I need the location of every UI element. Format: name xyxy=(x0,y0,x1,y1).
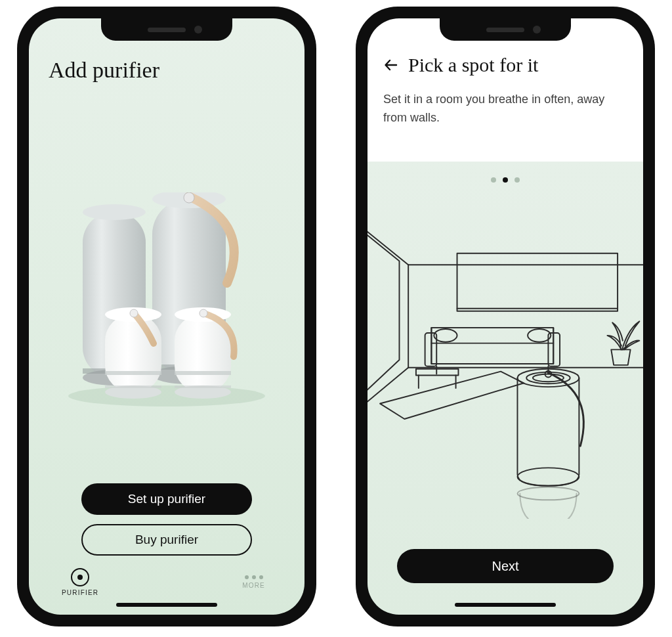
page-title: Add purifier xyxy=(49,58,159,83)
svg-rect-27 xyxy=(457,253,618,311)
svg-point-2 xyxy=(83,204,146,220)
phone-frame-right: Next Pick a spot for it Set it in a room… xyxy=(356,7,655,626)
room-illustration-panel: Next xyxy=(368,162,643,615)
setup-purifier-button[interactable]: Set up purifier xyxy=(81,483,252,515)
svg-rect-13 xyxy=(105,371,161,375)
next-button[interactable]: Next xyxy=(397,549,614,583)
purifier-tab-icon xyxy=(71,568,89,586)
tab-more-label: MORE xyxy=(242,582,265,589)
back-arrow-icon[interactable] xyxy=(383,57,399,73)
svg-point-46 xyxy=(517,468,579,485)
front-camera xyxy=(194,26,202,33)
svg-rect-10 xyxy=(105,315,161,392)
svg-point-37 xyxy=(528,329,551,342)
svg-rect-29 xyxy=(431,328,553,364)
purifier-product-image xyxy=(55,192,278,409)
speaker-grill xyxy=(486,28,524,32)
page-dot-1[interactable] xyxy=(491,177,496,183)
svg-rect-14 xyxy=(105,385,161,388)
home-indicator[interactable] xyxy=(116,603,217,607)
page-title: Pick a spot for it xyxy=(408,54,538,76)
svg-point-15 xyxy=(130,309,138,317)
page-subtitle: Set it in a room you breathe in often, a… xyxy=(383,91,620,127)
screen-add-purifier: Add purifier xyxy=(29,18,304,615)
front-camera xyxy=(533,26,541,33)
buy-purifier-button[interactable]: Buy purifier xyxy=(81,524,252,556)
svg-point-0 xyxy=(68,385,265,406)
page-dot-3[interactable] xyxy=(514,177,520,183)
more-dots-icon xyxy=(245,575,263,579)
home-indicator[interactable] xyxy=(455,603,556,607)
button-stack: Set up purifier Buy purifier xyxy=(81,483,252,556)
tab-purifier[interactable]: PURIFIER xyxy=(62,568,98,596)
speaker-grill xyxy=(148,28,186,32)
device-notch xyxy=(101,18,232,41)
svg-point-21 xyxy=(200,309,207,317)
svg-rect-40 xyxy=(416,369,459,376)
page-indicator xyxy=(491,177,520,183)
tab-purifier-label: PURIFIER xyxy=(62,589,98,596)
svg-point-36 xyxy=(434,329,457,342)
screen-pick-spot: Next Pick a spot for it Set it in a room… xyxy=(368,18,643,615)
bottom-tab-bar: PURIFIER MORE xyxy=(29,561,304,603)
svg-point-48 xyxy=(517,487,579,500)
room-illustration xyxy=(368,204,643,519)
svg-rect-19 xyxy=(175,371,231,375)
svg-line-25 xyxy=(368,368,408,412)
phone-frame-left: Add purifier xyxy=(17,7,316,626)
page-dot-2[interactable] xyxy=(503,177,508,183)
svg-rect-20 xyxy=(175,385,231,388)
device-notch xyxy=(440,18,571,41)
svg-point-9 xyxy=(184,192,194,203)
tab-more[interactable]: MORE xyxy=(242,575,265,589)
svg-line-22 xyxy=(368,221,408,265)
